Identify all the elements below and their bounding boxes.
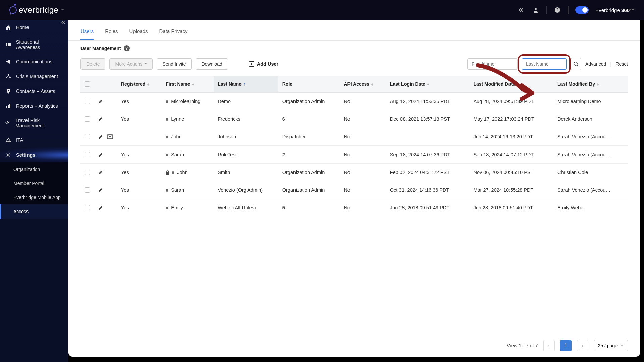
tab-uploads[interactable]: Uploads (129, 20, 148, 40)
col-last-name[interactable]: Last Name▲▼ (214, 76, 278, 93)
row-checkbox[interactable] (85, 134, 90, 139)
table-row: YesLynneFredericks6NoDec 08, 2021 13:57:… (80, 110, 628, 128)
mail-icon[interactable] (107, 134, 113, 139)
cell-by: Sarah Venezio (Accou… (553, 128, 628, 146)
page-1-button[interactable]: 1 (560, 340, 572, 351)
col-modified-by[interactable]: Last Modified By▲▼ (553, 76, 628, 93)
search-button[interactable] (571, 58, 581, 70)
row-checkbox[interactable] (85, 187, 90, 193)
svg-line-18 (577, 65, 578, 66)
sidebar-item-travel[interactable]: Travel Risk Management (0, 113, 68, 133)
svg-point-0 (535, 8, 537, 10)
svg-rect-15 (9, 104, 10, 108)
subnav-member-portal[interactable]: Member Portal (0, 176, 68, 190)
plane-icon (5, 120, 11, 126)
row-checkbox[interactable] (85, 170, 90, 175)
edit-icon[interactable] (98, 170, 103, 175)
sidebar-item-home[interactable]: Home (0, 20, 68, 35)
edit-icon[interactable] (98, 99, 103, 104)
prev-page-button[interactable]: ‹ (543, 340, 555, 351)
sidebar-item-communications[interactable]: Communications (0, 54, 68, 69)
cell-first-name: Emily (162, 199, 214, 217)
table-row: YesSarahRoleTest2NoSep 18, 2024 14:07:36… (80, 146, 628, 164)
select-all-checkbox[interactable] (85, 81, 90, 87)
status-dot-icon (166, 100, 168, 103)
col-role[interactable]: Role (278, 76, 340, 93)
tab-bar: Users Roles Uploads Data Privacy (68, 20, 640, 41)
svg-rect-19 (107, 135, 113, 139)
users-table: Registered▲▼ First Name▲▼ Last Name▲▼ Ro… (80, 76, 628, 217)
col-last-modified[interactable]: Last Modified Date▲▼ (469, 76, 553, 93)
cell-registered: Yes (117, 93, 162, 110)
cell-role: 2 (278, 146, 340, 164)
table-row: YesEmilyWeber (All Roles)5NoJun 28, 2018… (80, 199, 628, 217)
subnav-mobile-app[interactable]: Everbridge Mobile App (0, 190, 68, 204)
edit-icon[interactable] (98, 117, 103, 122)
row-checkbox[interactable] (85, 152, 90, 157)
status-dot-icon (172, 171, 174, 174)
cell-api: No (340, 164, 386, 181)
dashboard-icon (5, 42, 11, 48)
sidebar-item-situational[interactable]: Situational Awareness (0, 35, 68, 54)
page-size-select[interactable]: 25 / page (594, 340, 628, 351)
cell-by: Sarah Venezio (Accou… (553, 146, 628, 164)
cell-login (386, 128, 470, 146)
sidebar-item-reports[interactable]: Reports + Analytics (0, 99, 68, 113)
col-api-access[interactable]: API Access▲▼ (340, 76, 386, 93)
cell-login: Aug 12, 2024 11:53:35 PDT (386, 93, 470, 110)
svg-point-10 (6, 77, 7, 78)
delete-button[interactable]: Delete (80, 58, 105, 70)
cell-role: 5 (278, 199, 340, 217)
row-checkbox[interactable] (85, 116, 90, 122)
row-checkbox[interactable] (85, 99, 90, 104)
brand-name: everbridge (19, 5, 58, 15)
cell-by: Christian Cole (553, 164, 628, 181)
subnav-organization[interactable]: Organization (0, 162, 68, 176)
sidebar-item-crisis[interactable]: Crisis Management (0, 69, 68, 84)
sidebar-item-contacts[interactable]: Contacts + Assets (0, 84, 68, 99)
tab-roles[interactable]: Roles (105, 20, 118, 40)
send-invite-button[interactable]: Send Invite (157, 58, 192, 70)
edit-icon[interactable] (98, 134, 103, 139)
sidebar-item-ita[interactable]: ITA (0, 133, 68, 147)
advanced-link[interactable]: Advanced (585, 61, 606, 67)
edit-icon[interactable] (98, 205, 103, 210)
more-actions-button[interactable]: More Actions (109, 58, 153, 70)
mode-toggle[interactable] (575, 6, 589, 14)
cell-registered: Yes (117, 110, 162, 128)
page-help-icon[interactable]: ? (124, 45, 130, 51)
add-user-button[interactable]: + Add User (249, 61, 278, 67)
col-last-login[interactable]: Last Login Date▲▼ (386, 76, 470, 93)
cell-role: 6 (278, 110, 340, 128)
cell-login: Feb 02, 2024 04:31:22 PST (386, 164, 470, 181)
row-checkbox[interactable] (85, 205, 90, 210)
tab-users[interactable]: Users (80, 20, 94, 40)
brand-logo[interactable]: everbridge™ (9, 5, 64, 15)
cell-login: Jun 28, 2018 09:51:49 PDT (386, 199, 470, 217)
collapse-icon[interactable] (517, 6, 525, 14)
col-first-name[interactable]: First Name▲▼ (162, 76, 214, 93)
edit-icon[interactable] (98, 152, 103, 157)
cell-by: Emily Weber (553, 199, 628, 217)
next-page-button[interactable]: › (577, 340, 588, 351)
first-name-input[interactable] (467, 58, 518, 70)
col-registered[interactable]: Registered▲▼ (117, 76, 162, 93)
svg-rect-14 (8, 105, 9, 108)
status-dot-icon (166, 118, 168, 121)
cell-modified: May 17, 2022 17:03:24 PDT (469, 110, 553, 128)
cell-role: Organization Admin (278, 181, 340, 199)
svg-text:?: ? (556, 8, 559, 12)
last-name-input[interactable] (522, 58, 567, 70)
tab-data-privacy[interactable]: Data Privacy (159, 20, 188, 40)
reset-link[interactable]: Reset (615, 61, 628, 67)
sidebar-collapse-button[interactable] (59, 18, 67, 26)
sidebar-item-settings[interactable]: Settings (0, 147, 68, 162)
user-icon[interactable] (532, 6, 540, 14)
subnav-access[interactable]: Access (0, 204, 68, 219)
cell-last-name: Weber (All Roles) (214, 199, 278, 217)
cell-first-name: John (162, 164, 214, 181)
edit-icon[interactable] (98, 188, 103, 193)
download-button[interactable]: Download (196, 58, 228, 70)
help-icon[interactable]: ? (553, 6, 561, 14)
cell-first-name: Sarah (162, 146, 214, 164)
